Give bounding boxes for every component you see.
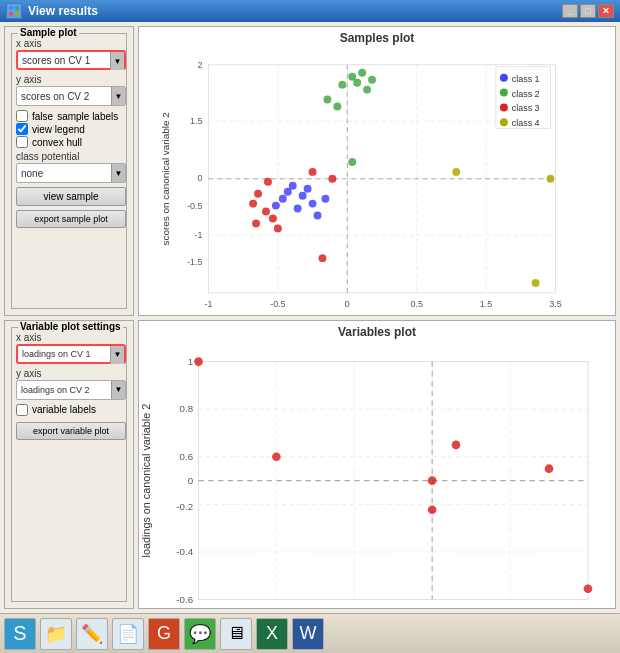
view-legend-checkbox[interactable] — [16, 123, 28, 135]
view-legend-row: view legend — [16, 123, 122, 135]
svg-point-71 — [500, 118, 508, 126]
samples-chart: Samples plot — [138, 26, 616, 316]
sample-labels-checkbox[interactable] — [16, 110, 28, 122]
svg-point-3 — [15, 12, 19, 16]
svg-point-61 — [547, 175, 555, 183]
svg-point-67 — [500, 89, 508, 97]
svg-text:-0.5: -0.5 — [187, 201, 202, 211]
svg-point-1 — [15, 6, 19, 10]
maximize-button[interactable]: □ — [580, 4, 596, 18]
taskbar-icon-4[interactable]: G — [148, 618, 180, 650]
taskbar-icon-0[interactable]: S — [4, 618, 36, 650]
samples-chart-svg: -1 -0.5 0 0.5 1.5 3.5 2 1.5 0 -0.5 -1 -1… — [139, 45, 615, 316]
y-axis-value: scores on CV 2 — [21, 91, 121, 102]
taskbar-icon-8[interactable]: W — [292, 618, 324, 650]
svg-point-56 — [252, 219, 260, 227]
view-sample-button[interactable]: view sample — [16, 187, 126, 206]
variable-labels-row: variable labels — [16, 404, 122, 416]
svg-text:loadings on canonical variable: loadings on canonical variable 2 — [140, 403, 152, 557]
y-axis-dropdown[interactable]: scores on CV 2 ▼ — [16, 86, 126, 106]
svg-point-35 — [289, 182, 297, 190]
svg-point-37 — [294, 205, 302, 213]
svg-text:scores on canonical variable 2: scores on canonical variable 2 — [160, 112, 171, 246]
svg-point-48 — [333, 103, 341, 111]
taskbar-icon-1[interactable]: 📁 — [40, 618, 72, 650]
class-potential-arrow-icon: ▼ — [111, 164, 125, 182]
taskbar-icon-5[interactable]: 💬 — [184, 618, 216, 650]
x-axis-value: scores on CV 1 — [22, 55, 120, 66]
svg-point-49 — [368, 76, 376, 84]
svg-point-38 — [309, 200, 317, 208]
svg-text:-1: -1 — [205, 299, 213, 309]
svg-point-55 — [269, 215, 277, 223]
close-button[interactable]: ✕ — [598, 4, 614, 18]
svg-text:class 3: class 3 — [512, 103, 540, 113]
samples-chart-title: Samples plot — [139, 31, 615, 45]
svg-point-42 — [338, 81, 346, 89]
svg-point-65 — [500, 74, 508, 82]
var-x-axis-arrow-icon: ▼ — [110, 346, 124, 364]
svg-point-40 — [314, 212, 322, 220]
var-y-axis-dropdown[interactable]: loadings on CV 2 ▼ — [16, 380, 126, 400]
svg-point-58 — [319, 254, 327, 262]
export-variable-button[interactable]: export variable plot — [16, 422, 126, 440]
y-axis-arrow-icon: ▼ — [111, 87, 125, 105]
svg-text:1: 1 — [188, 355, 193, 366]
svg-text:-1.5: -1.5 — [187, 257, 202, 267]
svg-point-41 — [321, 195, 329, 203]
variable-control-panel: Variable plot settings x axis loadings o… — [4, 320, 134, 610]
svg-text:0.8: 0.8 — [180, 403, 194, 414]
svg-point-0 — [9, 6, 13, 10]
svg-point-62 — [532, 279, 540, 287]
svg-text:0.5: 0.5 — [410, 299, 422, 309]
svg-text:0.6: 0.6 — [180, 451, 194, 462]
svg-point-47 — [323, 96, 331, 104]
svg-text:2: 2 — [198, 60, 203, 70]
svg-text:0: 0 — [429, 605, 435, 609]
minimize-button[interactable]: _ — [562, 4, 578, 18]
svg-text:-0.6: -0.6 — [176, 593, 193, 604]
y-axis-label: y axis — [16, 74, 122, 85]
x-axis-label: x axis — [16, 38, 122, 49]
title-bar: View results _ □ ✕ — [0, 0, 620, 22]
taskbar-icon-3[interactable]: 📄 — [112, 618, 144, 650]
svg-point-63 — [452, 168, 460, 176]
taskbar: S 📁 ✏️ 📄 G 💬 🖥 X W — [0, 613, 620, 653]
taskbar-icon-7[interactable]: X — [256, 618, 288, 650]
class-potential-value: none — [21, 168, 121, 179]
window-title: View results — [28, 4, 98, 18]
var-y-axis-value: loadings on CV 2 — [21, 385, 121, 395]
sample-panel-row: Sample plot x axis scores on CV 1 ▼ y ax… — [4, 26, 616, 316]
svg-point-51 — [264, 178, 272, 186]
var-y-axis-label: y axis — [16, 368, 122, 379]
svg-point-104 — [452, 440, 461, 449]
var-x-axis-dropdown[interactable]: loadings on CV 1 ▼ — [16, 344, 126, 364]
variables-chart-svg: -1 -0.5 0 0.5 1 1 0.8 0.6 0 -0.2 -0.4 -0… — [139, 339, 615, 610]
taskbar-icon-6[interactable]: 🖥 — [220, 618, 252, 650]
sample-labels-label: false — [32, 111, 53, 122]
class-potential-dropdown[interactable]: none ▼ — [16, 163, 126, 183]
main-content: Sample plot x axis scores on CV 1 ▼ y ax… — [0, 22, 620, 613]
export-sample-button[interactable]: export sample plot — [16, 210, 126, 228]
svg-point-36 — [299, 192, 307, 200]
svg-text:0: 0 — [188, 474, 194, 485]
svg-text:class 1: class 1 — [512, 74, 540, 84]
x-axis-arrow-icon: ▼ — [110, 52, 124, 70]
variable-labels-checkbox[interactable] — [16, 404, 28, 416]
svg-point-59 — [309, 168, 317, 176]
taskbar-icon-2[interactable]: ✏️ — [76, 618, 108, 650]
svg-point-44 — [358, 69, 366, 77]
svg-point-57 — [274, 224, 282, 232]
svg-point-107 — [545, 464, 554, 473]
svg-text:0: 0 — [345, 299, 350, 309]
convex-hull-checkbox[interactable] — [16, 136, 28, 148]
svg-text:-1: -1 — [195, 230, 203, 240]
svg-text:-0.4: -0.4 — [176, 546, 193, 557]
var-y-axis-arrow-icon: ▼ — [111, 381, 125, 399]
x-axis-dropdown[interactable]: scores on CV 1 ▼ — [16, 50, 126, 70]
class-potential-label: class potential — [16, 151, 122, 162]
svg-text:3.5: 3.5 — [549, 299, 561, 309]
svg-point-33 — [279, 195, 287, 203]
svg-text:1.5: 1.5 — [190, 116, 202, 126]
svg-point-106 — [428, 505, 437, 514]
